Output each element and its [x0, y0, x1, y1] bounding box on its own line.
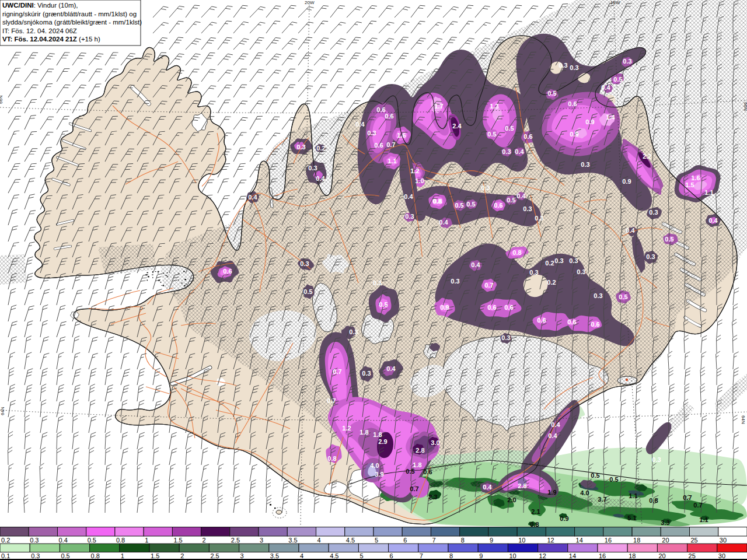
svg-text:0.3: 0.3: [367, 130, 376, 136]
svg-text:12: 12: [539, 552, 546, 559]
svg-text:0.8: 0.8: [512, 249, 521, 256]
svg-text:7: 7: [420, 552, 423, 559]
svg-text:16: 16: [599, 552, 606, 559]
svg-text:25: 25: [689, 552, 696, 559]
svg-text:0.5: 0.5: [619, 293, 627, 300]
svg-text:0.6: 0.6: [591, 321, 599, 328]
svg-text:0.9: 0.9: [570, 131, 578, 138]
svg-text:rigning/skúrir (grænt/blátt/ra: rigning/skúrir (grænt/blátt/rautt - mm/1…: [2, 10, 137, 18]
svg-text:0.6: 0.6: [494, 202, 502, 209]
svg-text:3.5: 3.5: [288, 537, 297, 544]
svg-text:4.0: 4.0: [580, 489, 589, 496]
svg-text:0.4: 0.4: [548, 432, 557, 439]
svg-text:0.6: 0.6: [567, 318, 576, 326]
svg-text:UWC/DINI: Vindur (10m),: UWC/DINI: Vindur (10m),: [2, 2, 78, 9]
svg-text:1: 1: [121, 552, 124, 559]
svg-text:0.3: 0.3: [529, 269, 538, 276]
svg-text:8: 8: [449, 552, 453, 559]
svg-text:4.5: 4.5: [330, 552, 338, 559]
svg-text:0.7: 0.7: [693, 502, 702, 509]
svg-text:1.8: 1.8: [359, 429, 368, 436]
svg-text:0.4: 0.4: [404, 193, 413, 200]
svg-text:0.3: 0.3: [502, 148, 511, 155]
svg-text:18: 18: [633, 537, 640, 544]
svg-text:0.3: 0.3: [481, 184, 490, 191]
svg-text:0.9: 0.9: [622, 178, 631, 185]
svg-text:0.3: 0.3: [405, 213, 414, 220]
svg-text:1.5: 1.5: [151, 552, 159, 559]
svg-text:0.5: 0.5: [61, 552, 69, 559]
svg-text:30: 30: [720, 537, 727, 544]
svg-text:0.7: 0.7: [683, 494, 692, 501]
svg-text:5.1: 5.1: [627, 514, 636, 522]
svg-text:0.3: 0.3: [649, 209, 658, 216]
svg-text:0.5: 0.5: [88, 537, 96, 544]
svg-text:4.0: 4.0: [370, 462, 379, 469]
svg-text:5: 5: [359, 552, 363, 559]
svg-text:2.5: 2.5: [210, 552, 219, 559]
svg-text:0.6: 0.6: [568, 100, 577, 107]
svg-text:0.3: 0.3: [623, 58, 631, 65]
svg-text:1.6: 1.6: [691, 174, 700, 181]
svg-text:0.3: 0.3: [652, 456, 661, 463]
svg-text:2.2: 2.2: [643, 153, 651, 160]
svg-text:64N: 64N: [0, 407, 5, 415]
svg-text:0.7: 0.7: [484, 282, 493, 289]
svg-text:IT: Fös. 12. 04. 2024 06Z: IT: Fös. 12. 04. 2024 06Z: [2, 27, 77, 34]
svg-text:0.3: 0.3: [569, 257, 578, 264]
svg-text:66N: 66N: [743, 102, 747, 111]
svg-text:0.8: 0.8: [327, 455, 336, 462]
svg-text:0.4: 0.4: [471, 261, 480, 268]
svg-text:1.6: 1.6: [397, 132, 406, 139]
svg-text:0.3: 0.3: [581, 161, 589, 168]
svg-text:4.5: 4.5: [346, 537, 355, 544]
svg-text:0.3: 0.3: [451, 278, 459, 285]
svg-text:0.5: 0.5: [591, 472, 599, 479]
svg-text:0.4: 0.4: [708, 217, 718, 224]
svg-text:0.6: 0.6: [223, 268, 232, 275]
svg-text:0.3: 0.3: [362, 370, 371, 377]
svg-text:1.4: 1.4: [606, 114, 615, 121]
svg-text:0.4: 0.4: [626, 227, 635, 234]
svg-text:4: 4: [300, 552, 303, 559]
svg-text:14: 14: [569, 552, 576, 559]
svg-text:0.2: 0.2: [547, 279, 556, 286]
svg-text:3.0: 3.0: [431, 439, 439, 446]
svg-text:9: 9: [490, 537, 493, 544]
svg-text:0.5: 0.5: [466, 201, 475, 208]
svg-text:0.7: 0.7: [327, 397, 336, 404]
svg-text:1.7: 1.7: [434, 103, 443, 110]
svg-text:1.1: 1.1: [704, 189, 713, 196]
svg-text:6: 6: [390, 552, 393, 559]
svg-text:0.5: 0.5: [613, 76, 622, 83]
svg-text:0.3: 0.3: [523, 205, 532, 212]
svg-text:9: 9: [479, 552, 483, 559]
svg-text:0.4: 0.4: [248, 194, 257, 201]
svg-text:0.3: 0.3: [594, 292, 602, 299]
svg-text:0.3: 0.3: [373, 279, 382, 286]
svg-text:1.9: 1.9: [547, 489, 556, 496]
svg-text:0.8: 0.8: [649, 497, 658, 504]
svg-text:2: 2: [180, 552, 184, 559]
svg-text:2.3: 2.3: [428, 494, 437, 501]
svg-text:slydda/snjókoma (grátt/bleikt/: slydda/snjókoma (grátt/bleikt/grænt - mm…: [2, 19, 142, 26]
svg-text:0.5: 0.5: [505, 125, 514, 132]
svg-text:1.8: 1.8: [373, 431, 382, 438]
svg-text:0.7: 0.7: [410, 485, 418, 492]
svg-text:0.5: 0.5: [547, 90, 556, 97]
svg-text:0.5: 0.5: [609, 476, 618, 483]
svg-text:20W: 20W: [305, 0, 315, 5]
svg-text:0.8: 0.8: [433, 198, 442, 205]
svg-text:3: 3: [240, 552, 244, 559]
svg-text:0.4: 0.4: [355, 121, 365, 128]
svg-text:0.6: 0.6: [504, 304, 513, 311]
svg-text:2.8: 2.8: [416, 447, 424, 454]
svg-text:0.2: 0.2: [545, 260, 554, 267]
svg-text:15W: 15W: [610, 0, 620, 5]
svg-text:6: 6: [403, 537, 407, 544]
svg-text:1.2: 1.2: [342, 425, 351, 432]
svg-text:0.3: 0.3: [577, 268, 585, 275]
svg-text:20: 20: [658, 552, 665, 559]
svg-text:0.4: 0.4: [515, 148, 524, 155]
svg-text:14: 14: [576, 537, 583, 544]
